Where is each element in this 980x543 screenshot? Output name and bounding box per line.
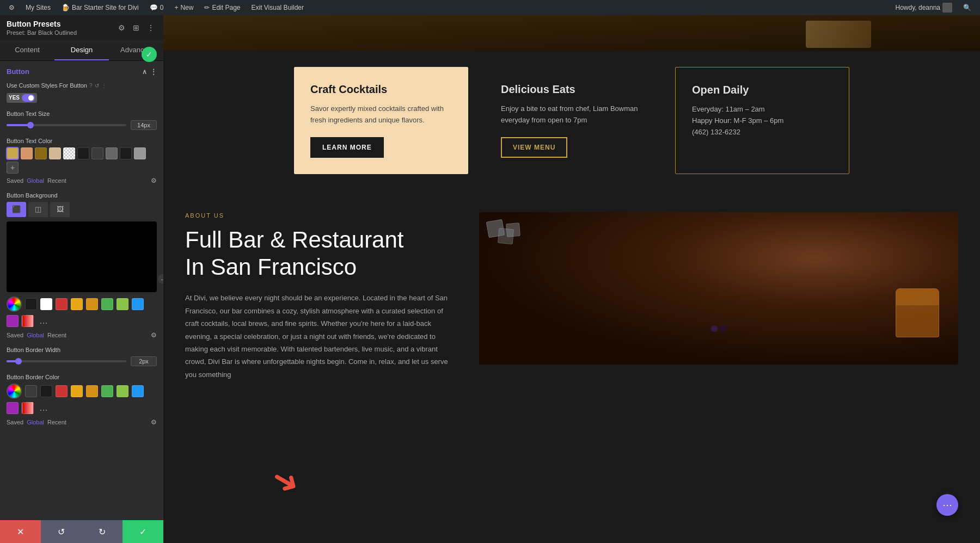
bg-yellow-swatch[interactable] xyxy=(71,298,83,310)
comment-icon: 💬 xyxy=(150,4,158,11)
card-craft-cocktails: Craft Cocktails Savor expertly mixed coc… xyxy=(294,67,468,174)
border-width-track[interactable] xyxy=(7,360,126,362)
tab-design[interactable]: Design xyxy=(54,40,109,60)
edit-page-item[interactable]: ✏ Edit Page xyxy=(200,0,244,15)
search-item[interactable]: 🔍 xyxy=(959,4,976,11)
about-image xyxy=(479,212,958,365)
swatch-gold[interactable] xyxy=(7,147,19,159)
text-size-slider-row: 14px xyxy=(7,120,157,130)
wp-logo[interactable]: ⚙ xyxy=(4,0,19,15)
layout: Button Presets Preset: Bar Black Outline… xyxy=(0,15,980,543)
border-settings-icon[interactable]: ⚙ xyxy=(151,418,157,426)
green-accent-button[interactable]: ✓ xyxy=(142,47,157,62)
learn-more-button[interactable]: LEARN MORE xyxy=(310,137,384,158)
add-color-swatch[interactable]: + xyxy=(7,162,19,174)
section-title-icons: ∧ ⋮ xyxy=(142,68,157,76)
bg-amber-swatch[interactable] xyxy=(86,298,98,310)
border-color-wheel[interactable] xyxy=(7,384,22,399)
panel-header-icons: ⚙ ⊞ ⋮ xyxy=(116,22,157,33)
custom-styles-toggle[interactable]: YES xyxy=(7,93,37,103)
undo-button[interactable]: ↺ xyxy=(41,520,82,543)
collapse-icon[interactable]: ∧ xyxy=(142,68,147,76)
border-black-swatch[interactable] xyxy=(40,385,52,397)
border-color-saved-row: Saved Global Recent ⚙ xyxy=(7,418,157,426)
about-section: ABOUT US Full Bar & RestaurantIn San Fra… xyxy=(163,190,980,403)
text-size-slider-track[interactable] xyxy=(7,124,126,126)
button-background-field: Button Background ⬛ ◫ 🖼 xyxy=(7,192,157,339)
swatch-tan[interactable] xyxy=(49,147,61,159)
border-red-swatch[interactable] xyxy=(56,385,68,397)
reset-icon[interactable]: ↺ xyxy=(95,83,99,89)
border-grad-swatch[interactable] xyxy=(22,402,34,414)
bg-saved-row: Saved Global Recent ⚙ xyxy=(7,331,157,339)
view-menu-button[interactable]: VIEW MENU xyxy=(501,137,567,158)
bg-tab-image[interactable]: 🖼 xyxy=(50,202,70,217)
comments-item[interactable]: 💬 0 xyxy=(145,0,168,15)
border-dark-swatch[interactable] xyxy=(25,385,37,397)
swatch-black1[interactable] xyxy=(77,147,89,159)
bg-red-swatch[interactable] xyxy=(56,298,68,310)
floating-menu-button[interactable]: ⋯ xyxy=(936,494,958,516)
bg-settings-icon[interactable]: ⚙ xyxy=(151,331,157,339)
exit-builder-item[interactable]: Exit Visual Builder xyxy=(247,0,308,15)
card-delicious-eats: Delicious Eats Enjoy a bite to eat from … xyxy=(485,67,659,174)
card-2-title: Delicious Eats xyxy=(501,83,642,96)
border-amber-swatch[interactable] xyxy=(86,385,98,397)
bg-more-btn[interactable]: … xyxy=(37,316,50,326)
text-size-slider-thumb[interactable] xyxy=(27,122,34,128)
save-icon: ✓ xyxy=(139,527,146,537)
swatch-orange[interactable] xyxy=(21,147,33,159)
new-item[interactable]: + New xyxy=(170,0,198,15)
more-options-icon[interactable]: ⋮ xyxy=(101,83,107,89)
more-icon[interactable]: ⋮ xyxy=(145,22,157,33)
custom-styles-field: Use Custom Styles For Button ? ↺ ⋮ YES xyxy=(7,82,157,103)
panel-tabs: Content Design Advanced xyxy=(0,40,163,61)
admin-bar-right: Howdy, deanna 🔍 xyxy=(891,3,976,13)
bg-green-swatch[interactable] xyxy=(101,298,113,310)
hero-image-top xyxy=(163,15,980,51)
border-yellow-swatch[interactable] xyxy=(71,385,83,397)
color-wheel-picker[interactable] xyxy=(7,297,22,312)
swatch-dark-gray[interactable] xyxy=(91,147,103,159)
swatch-brown[interactable] xyxy=(35,147,47,159)
color-settings-icon[interactable]: ⚙ xyxy=(151,177,157,184)
bg-lime-swatch[interactable] xyxy=(117,298,128,310)
settings-icon[interactable]: ⚙ xyxy=(116,22,127,33)
border-width-thumb[interactable] xyxy=(15,358,22,365)
card-1-text: Savor expertly mixed cocktails crafted w… xyxy=(310,103,452,126)
bg-white-swatch[interactable] xyxy=(40,298,52,310)
tab-content[interactable]: Content xyxy=(0,40,54,60)
cancel-button[interactable]: ✕ xyxy=(0,520,41,543)
swatch-black2[interactable] xyxy=(120,147,132,159)
bg-black-swatch[interactable] xyxy=(25,298,37,310)
swatch-light-gray[interactable] xyxy=(134,147,146,159)
my-sites-menu[interactable]: My Sites xyxy=(21,0,55,15)
redo-button[interactable]: ↻ xyxy=(82,520,122,543)
howdy-item[interactable]: Howdy, deanna xyxy=(891,3,957,13)
border-more-btn[interactable]: … xyxy=(37,403,50,413)
layout-icon[interactable]: ⊞ xyxy=(131,22,142,33)
border-blue-swatch[interactable] xyxy=(132,385,144,397)
bg-blue-swatch[interactable] xyxy=(132,298,144,310)
border-width-value[interactable]: 2px xyxy=(131,356,157,366)
border-green-swatch[interactable] xyxy=(101,385,113,397)
bg-gradient-swatch[interactable] xyxy=(22,315,34,327)
swatch-transparent[interactable] xyxy=(63,147,75,159)
section-more-icon[interactable]: ⋮ xyxy=(150,68,157,76)
about-label: ABOUT US xyxy=(185,212,457,219)
site-name[interactable]: 🍺 Bar Starter Site for Divi xyxy=(57,0,143,15)
text-size-value[interactable]: 14px xyxy=(131,120,157,130)
border-lime-swatch[interactable] xyxy=(117,385,128,397)
bg-tab-color[interactable]: ⬛ xyxy=(7,202,26,217)
button-border-color-label: Button Border Color xyxy=(7,374,157,380)
border-purple-swatch[interactable] xyxy=(7,402,19,414)
about-body: At Divi, we believe every night should b… xyxy=(185,292,457,381)
arrow-indicator: ➜ xyxy=(265,457,307,504)
swatch-gray[interactable] xyxy=(106,147,118,159)
save-button[interactable]: ✓ xyxy=(122,520,163,543)
bg-tab-gradient[interactable]: ◫ xyxy=(28,202,48,217)
help-icon[interactable]: ? xyxy=(89,83,93,89)
bg-purple-swatch[interactable] xyxy=(7,315,19,327)
wp-icon: ⚙ xyxy=(9,4,15,11)
bar-icon: 🍺 xyxy=(62,4,70,11)
